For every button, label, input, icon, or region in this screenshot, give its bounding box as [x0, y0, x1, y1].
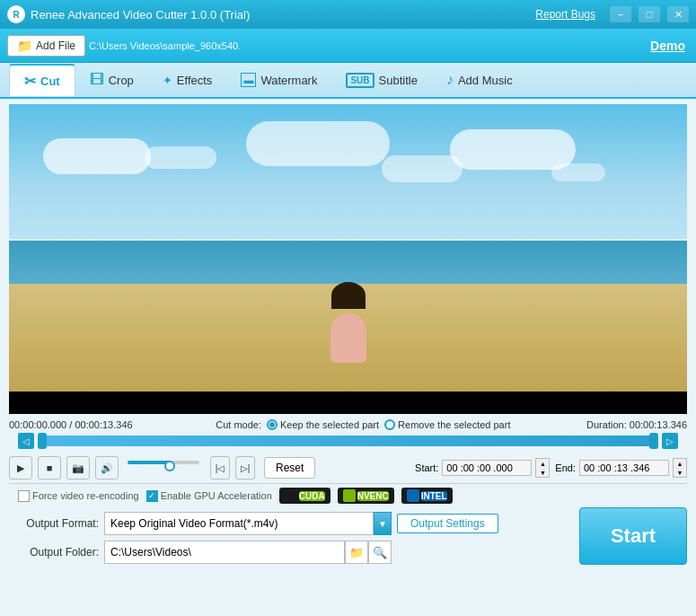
cut-icon: ✂	[24, 73, 36, 90]
output-settings-button[interactable]: Output Settings	[397, 514, 498, 533]
video-player	[9, 104, 687, 414]
play-button[interactable]: ▶	[9, 456, 32, 480]
start-time-down[interactable]: ▼	[536, 468, 549, 477]
keep-part-radio[interactable]: Keep the selected part	[267, 419, 379, 430]
screenshot-button[interactable]: 📷	[66, 456, 90, 480]
radio-remove[interactable]	[384, 419, 395, 430]
person-body	[330, 313, 366, 363]
format-label: Output Format:	[18, 517, 99, 530]
tab-effects-label: Effects	[177, 74, 213, 87]
report-bugs-link[interactable]: Report Bugs	[535, 8, 595, 21]
gpu-accel-check[interactable]: ✓	[146, 490, 158, 502]
timeline-track[interactable]	[38, 436, 658, 446]
volume-button[interactable]: 🔊	[95, 456, 119, 480]
black-bar-bottom	[9, 392, 687, 414]
intel-label: INTEL	[421, 491, 447, 501]
tab-crop-label: Crop	[109, 74, 134, 87]
tab-subtitle[interactable]: SUB Subtitle	[331, 64, 432, 96]
start-button[interactable]: Start	[579, 507, 687, 565]
effects-icon: ✦	[163, 74, 172, 87]
gpu-accel-checkbox[interactable]: ✓ Enable GPU Acceleration	[146, 490, 272, 502]
cloud	[43, 138, 151, 174]
time-info: 00:00:00.000 / 00:00:13.346 Cut mode: Ke…	[9, 419, 687, 430]
nvenc-badge-container: NVENC	[338, 488, 394, 504]
volume-slider-container	[124, 461, 205, 475]
tab-bar: ✂ Cut 🎞 Crop ✦ Effects ▬ Watermark SUB S…	[0, 63, 696, 99]
cuda-logo	[285, 489, 297, 502]
cuda-badge-container: CUDA	[279, 488, 330, 504]
cloud	[145, 146, 216, 169]
app-title: Renee Advanced Video Cutter 1.0.0 (Trial…	[31, 8, 535, 22]
tab-cut[interactable]: ✂ Cut	[9, 64, 75, 96]
end-time-spinners: ▲ ▼	[673, 458, 687, 478]
timeline-handle-right[interactable]	[649, 433, 658, 449]
volume-knob[interactable]	[164, 461, 175, 471]
subtitle-icon: SUB	[346, 73, 374, 88]
cloud	[246, 121, 390, 166]
cloud	[551, 163, 605, 181]
bottom-section: Force video re-encoding ✓ Enable GPU Acc…	[0, 483, 696, 574]
person	[322, 286, 375, 358]
title-bar: R Renee Advanced Video Cutter 1.0.0 (Tri…	[0, 0, 696, 29]
minimize-button[interactable]: −	[610, 6, 631, 22]
timeline-track-container	[38, 436, 658, 446]
start-time-up[interactable]: ▲	[536, 459, 549, 468]
stop-button[interactable]: ■	[38, 456, 61, 480]
format-select[interactable]: Keep Original Video Format(*.m4v)	[104, 512, 374, 535]
frame-forward-button[interactable]: ▷|	[235, 456, 255, 480]
radio-keep[interactable]	[267, 419, 278, 430]
force-encoding-check[interactable]	[18, 490, 30, 502]
end-time-down[interactable]: ▼	[674, 468, 686, 477]
close-button[interactable]: ✕	[667, 6, 689, 22]
demo-link[interactable]: Demo	[650, 39, 685, 53]
tab-add-music-label: Add Music	[458, 74, 513, 87]
intel-logo	[407, 489, 419, 502]
tab-watermark-label: Watermark	[260, 74, 317, 87]
window-controls: − □ ✕	[610, 6, 689, 22]
folder-path: C:\Users\Videos\	[110, 546, 191, 559]
watermark-icon: ▬	[241, 73, 256, 87]
start-time-input[interactable]	[442, 460, 532, 476]
start-label: Start:	[415, 462, 438, 473]
file-path: C:\Users Videos\sample_960x540.	[89, 40, 647, 51]
end-time-up[interactable]: ▲	[674, 459, 686, 468]
tab-cut-label: Cut	[40, 75, 60, 88]
cloud	[382, 155, 463, 182]
reset-button[interactable]: Reset	[264, 457, 315, 479]
timeline-handle-left[interactable]	[38, 433, 47, 449]
force-encoding-checkbox[interactable]: Force video re-encoding	[18, 490, 139, 502]
frame-back-button[interactable]: |◁	[210, 456, 230, 480]
end-time-input[interactable]	[579, 460, 669, 476]
maximize-button[interactable]: □	[639, 6, 660, 22]
format-select-container: Keep Original Video Format(*.m4v) ▼	[104, 512, 392, 535]
browse-folder-button[interactable]: 📁	[345, 541, 368, 564]
start-time-spinners: ▲ ▼	[535, 458, 550, 478]
options-row: Force video re-encoding ✓ Enable GPU Acc…	[9, 483, 687, 507]
tab-crop[interactable]: 🎞 Crop	[75, 64, 148, 96]
toolbar: 📁 Add File C:\Users Videos\sample_960x54…	[0, 29, 696, 63]
tab-effects[interactable]: ✦ Effects	[148, 64, 227, 96]
nvenc-logo	[343, 489, 356, 502]
gpu-accel-label: Enable GPU Acceleration	[161, 490, 272, 501]
volume-slider[interactable]	[128, 461, 199, 464]
search-folder-button[interactable]: 🔍	[368, 541, 392, 564]
controls-area: 00:00:00.000 / 00:00:13.346 Cut mode: Ke…	[0, 418, 696, 453]
person-hair	[331, 282, 366, 309]
force-encoding-label: Force video re-encoding	[32, 490, 139, 501]
add-file-button[interactable]: 📁 Add File	[7, 35, 85, 57]
add-file-icon: 📁	[17, 39, 32, 53]
remove-part-radio[interactable]: Remove the selected part	[384, 419, 510, 430]
timeline: ◁ ▷	[18, 433, 678, 449]
cuda-label: CUDA	[299, 491, 325, 501]
start-time-group: Start: ▲ ▼	[415, 458, 550, 478]
video-scene	[9, 104, 687, 414]
format-dropdown-arrow[interactable]: ▼	[374, 512, 392, 535]
folder-path-display[interactable]: C:\Users\Videos\	[104, 541, 345, 564]
tab-add-music[interactable]: ♪ Add Music	[432, 64, 527, 96]
intel-badge-container: INTEL	[401, 488, 453, 504]
tab-watermark[interactable]: ▬ Watermark	[226, 64, 331, 96]
timeline-left-arrow[interactable]: ◁	[18, 433, 34, 449]
tab-subtitle-label: Subtitle	[379, 74, 418, 87]
timeline-right-arrow[interactable]: ▷	[662, 433, 678, 449]
folder-label: Output Folder:	[18, 546, 99, 559]
